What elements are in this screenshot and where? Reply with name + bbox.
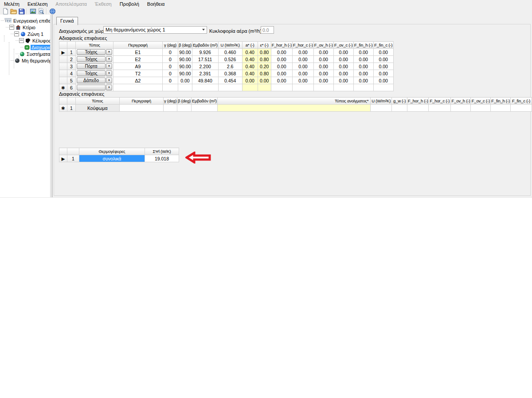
data-cell[interactable]: [373, 84, 393, 91]
tree-item-Ζώνη 1[interactable]: Ζώνη 1: [11, 31, 44, 37]
type-cell[interactable]: Τοίχος▼: [76, 56, 113, 63]
column-header[interactable]: Τύπος: [76, 42, 113, 49]
data-cell[interactable]: 0.00: [271, 77, 292, 84]
data-cell[interactable]: 90.00: [178, 49, 192, 56]
dropdown-arrow-icon[interactable]: ▼: [106, 70, 112, 76]
column-header[interactable]: F_fin_c (-): [510, 98, 532, 105]
save-icon[interactable]: [18, 8, 25, 15]
data-cell[interactable]: 0.00: [333, 77, 353, 84]
data-cell[interactable]: 0.40: [242, 70, 258, 77]
column-header[interactable]: Τύπος: [75, 98, 119, 105]
column-header[interactable]: F_ov_h (-): [313, 42, 333, 49]
data-cell[interactable]: [371, 105, 392, 112]
column-header[interactable]: Τύπος ανοίγματος*: [217, 98, 370, 105]
data-cell[interactable]: 0.00: [292, 70, 313, 77]
tree-collapse-icon[interactable]: [9, 25, 14, 30]
column-header[interactable]: γ (deg): [163, 98, 177, 105]
current-row-marker[interactable]: ▶: [59, 49, 67, 56]
row-header[interactable]: [59, 77, 67, 84]
data-cell[interactable]: 0.00: [353, 70, 373, 77]
data-cell[interactable]: 0.00: [353, 49, 373, 56]
print-preview-icon[interactable]: [37, 8, 44, 15]
space-selector-combobox[interactable]: Μη θερμαινόμενος χώρος 1: [103, 26, 207, 34]
data-cell[interactable]: 0.00: [313, 49, 333, 56]
tree-collapse-icon[interactable]: [14, 31, 19, 36]
data-cell[interactable]: [510, 105, 532, 112]
new-document-icon[interactable]: [2, 8, 9, 15]
data-cell[interactable]: 0.80: [258, 70, 271, 77]
data-cell[interactable]: 0.00: [313, 70, 333, 77]
type-cell[interactable]: Δάπεδο▼: [76, 77, 113, 84]
data-cell[interactable]: 0.00: [292, 56, 313, 63]
data-cell[interactable]: [392, 105, 407, 112]
row-number[interactable]: 1: [67, 155, 79, 162]
row-header[interactable]: [59, 70, 67, 77]
row-number[interactable]: 5: [67, 77, 76, 84]
data-cell[interactable]: 0.00: [313, 56, 333, 63]
column-header[interactable]: ΣΨl (W/K): [145, 148, 179, 155]
data-cell[interactable]: 0.00: [271, 70, 292, 77]
data-cell[interactable]: [192, 84, 218, 91]
data-cell[interactable]: 0.40: [242, 56, 258, 63]
column-header[interactable]: [67, 98, 75, 105]
dropdown-arrow-icon[interactable]: ▼: [106, 85, 112, 90]
column-header[interactable]: F_hor_h (-): [407, 98, 429, 105]
data-cell[interactable]: 90.00: [178, 70, 192, 77]
dropdown-arrow-icon[interactable]: ▼: [106, 63, 112, 69]
open-folder-icon[interactable]: [10, 8, 17, 15]
data-cell[interactable]: 2.391: [192, 70, 218, 77]
data-cell[interactable]: 0.526: [218, 56, 242, 63]
data-cell[interactable]: [163, 84, 178, 91]
data-cell[interactable]: [113, 84, 163, 91]
type-cell[interactable]: ▼: [76, 84, 113, 91]
air-circulation-input[interactable]: [261, 26, 274, 34]
data-cell[interactable]: 0.00: [292, 49, 313, 56]
tree-item-Διαχωριστική[interactable]: Διαχωριστική: [20, 44, 51, 51]
data-cell[interactable]: 0.00: [333, 56, 353, 63]
data-cell[interactable]: 0: [163, 70, 178, 77]
data-cell[interactable]: 0.00: [373, 56, 393, 63]
data-cell[interactable]: 0.00: [242, 77, 258, 84]
data-cell[interactable]: Δ2: [113, 77, 163, 84]
data-cell[interactable]: 0.00: [353, 56, 373, 63]
dropdown-arrow-icon[interactable]: ▼: [106, 78, 112, 83]
column-header[interactable]: F_fin_c (-): [373, 42, 393, 49]
data-cell[interactable]: [292, 84, 313, 91]
menu-item-3[interactable]: Έκθεση: [91, 0, 116, 8]
data-cell[interactable]: 0.80: [258, 56, 271, 63]
tree-item-Ενεργειακή επιθεώρηση[interactable]: ΤΕΕΕνεργειακή επιθεώρηση: [1, 17, 51, 24]
data-cell[interactable]: [429, 105, 451, 112]
column-header[interactable]: Εμβαδόν (m²): [192, 98, 218, 105]
data-cell[interactable]: 0: [163, 56, 178, 63]
data-cell[interactable]: 49.840: [192, 77, 218, 84]
new-row-marker[interactable]: ✱: [59, 84, 67, 91]
row-number[interactable]: 1: [67, 105, 75, 112]
menu-item-2[interactable]: Αποτελέσματα: [51, 0, 90, 8]
data-cell[interactable]: 0.368: [218, 70, 242, 77]
data-cell[interactable]: 0.00: [373, 70, 393, 77]
row-header[interactable]: [59, 56, 67, 63]
column-header[interactable]: g_w (-): [392, 98, 407, 105]
type-cell[interactable]: Τοίχος▼: [76, 70, 113, 77]
row-number[interactable]: 6: [67, 84, 76, 91]
type-dropdown-button[interactable]: Τοίχος: [77, 49, 106, 55]
data-cell[interactable]: 0.00: [353, 77, 373, 84]
data-cell[interactable]: 0.00: [333, 70, 353, 77]
row-number[interactable]: 2: [67, 56, 76, 63]
column-header[interactable]: [59, 98, 67, 105]
column-header[interactable]: F_ov_c (-): [471, 98, 491, 105]
data-cell[interactable]: [242, 84, 258, 91]
tree-item-Συστήματα[interactable]: Συστήματα: [16, 51, 51, 57]
data-cell[interactable]: 0.00: [333, 49, 353, 56]
data-cell[interactable]: [192, 105, 218, 112]
data-cell[interactable]: 0.454: [218, 77, 242, 84]
type-cell[interactable]: Κούφωμα: [75, 105, 119, 112]
data-cell[interactable]: 0.460: [218, 49, 242, 56]
data-cell[interactable]: [258, 84, 271, 91]
data-cell[interactable]: 0.00: [271, 63, 292, 70]
type-dropdown-button[interactable]: Τοίχος: [77, 56, 106, 62]
dropdown-arrow-icon[interactable]: ▼: [106, 49, 112, 55]
data-cell[interactable]: [333, 84, 353, 91]
menu-item-0[interactable]: Μελέτη: [0, 0, 23, 8]
data-cell[interactable]: 0.40: [242, 63, 258, 70]
